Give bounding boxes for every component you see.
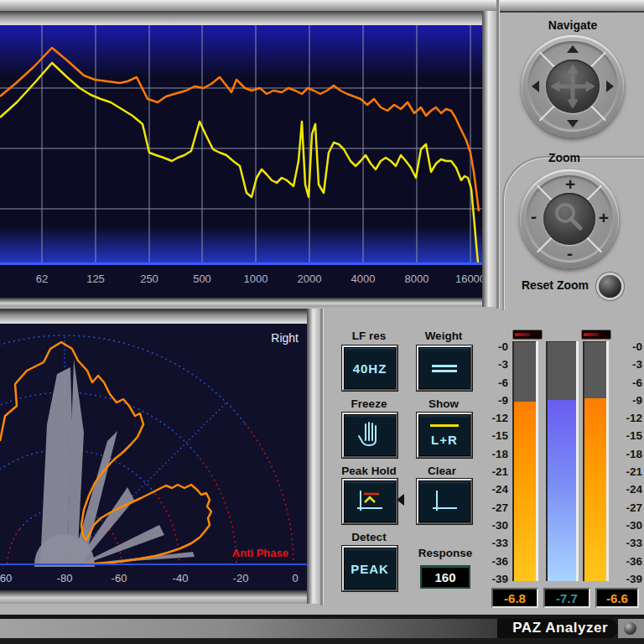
meter-scale-tick: -27 — [481, 501, 508, 514]
frame-bevel — [0, 11, 496, 25]
lf-res-button[interactable]: 40HZ — [342, 345, 397, 391]
show-button[interactable]: L+R — [417, 413, 472, 458]
meter-scale-tick: -36 — [481, 555, 508, 568]
polar-display-frame: Right Anti Phase 60-80-60-40-200 — [0, 309, 320, 604]
zoom-out-vertical[interactable]: - — [567, 247, 573, 260]
reset-zoom-button[interactable] — [599, 275, 621, 298]
frame-bevel — [0, 298, 482, 307]
peak-hold-label: Peak Hold — [323, 465, 415, 477]
meter-fill — [584, 398, 606, 581]
clear-button[interactable] — [417, 479, 472, 524]
zoom-center-cap[interactable] — [543, 193, 595, 245]
weight-label: Weight — [406, 330, 481, 342]
freeze-label: Freeze — [331, 397, 407, 410]
meter-fill — [548, 400, 576, 581]
zoom-out-horizontal[interactable]: - — [531, 210, 537, 223]
spectrum-traces — [0, 25, 482, 265]
navigate-center-cap[interactable] — [546, 60, 600, 113]
meter-scale-tick: -15 — [481, 429, 508, 442]
meter-scale-tick: -39 — [617, 573, 642, 585]
freq-tick-label: 250 — [140, 273, 158, 285]
plugin-title: PAZ Analyzer — [497, 619, 618, 638]
freq-tick-label: 4000 — [351, 273, 376, 285]
meter-scale-tick: -0 — [617, 340, 642, 353]
meter-scale-tick: -12 — [617, 412, 642, 424]
level-meter-left[interactable] — [512, 341, 538, 581]
response-value-box[interactable]: 160 — [420, 565, 470, 589]
freq-tick-label: 1000 — [244, 273, 268, 285]
polar-tick-label: 60 — [0, 572, 12, 584]
peak-hold-button[interactable] — [342, 479, 397, 524]
lf-res-value: 40HZ — [353, 361, 387, 376]
level-meter-right[interactable] — [583, 341, 609, 581]
channel-corner-label: Right — [271, 331, 299, 345]
detect-label: Detect — [331, 531, 407, 543]
sidebar-divider — [496, 0, 500, 309]
spectrum-display[interactable]: 62125250500100020004000800016000 — [0, 25, 482, 298]
title-bar-cap — [618, 619, 644, 638]
meter-scale-tick: -0 — [481, 340, 508, 353]
freq-tick-label: 62 — [36, 273, 48, 285]
freq-tick-label: 8000 — [405, 273, 429, 285]
navigate-right-arrow[interactable] — [606, 80, 614, 92]
polar-graph — [0, 324, 307, 567]
meter-scale-tick: -18 — [481, 448, 508, 460]
meter-scale-tick: -15 — [617, 429, 642, 442]
navigate-down-arrow[interactable] — [567, 120, 579, 127]
freeze-button[interactable] — [342, 413, 397, 458]
window-bottom-edge — [0, 638, 644, 644]
lf-res-label: LF res — [331, 330, 407, 342]
navigate-pad[interactable] — [522, 35, 624, 138]
meter-scale-tick: -9 — [481, 394, 508, 407]
polar-tick-label: -40 — [173, 572, 189, 584]
frequency-axis-labels: 62125250500100020004000800016000 — [0, 265, 482, 298]
peak-hold-icon — [354, 487, 386, 516]
reset-zoom-label: Reset Zoom — [500, 278, 589, 292]
response-value: 160 — [434, 570, 455, 584]
level-meter-mid[interactable] — [546, 341, 579, 581]
detect-button[interactable]: PEAK — [342, 546, 397, 591]
meter-scale-tick: -27 — [617, 501, 642, 514]
meter-scale-tick: -6 — [481, 377, 508, 389]
polar-tick-label: -20 — [233, 572, 249, 584]
panel-divider — [320, 309, 324, 605]
navigate-up-arrow[interactable] — [567, 45, 579, 53]
meter-scale-tick: -39 — [481, 573, 508, 585]
meter-scale-tick: -21 — [617, 465, 642, 478]
level-readout-right[interactable]: -6.6 — [595, 588, 639, 608]
meter-fill — [514, 402, 536, 581]
show-label: Show — [406, 397, 481, 410]
polar-tick-label: -80 — [57, 572, 73, 584]
meter-scale-tick: -21 — [481, 465, 508, 478]
show-value: L+R — [431, 433, 458, 447]
response-label: Response — [408, 547, 483, 559]
polar-tick-label: -60 — [112, 572, 127, 584]
zoom-in-vertical[interactable]: + — [565, 178, 575, 191]
move-cross-icon — [546, 60, 600, 113]
freeze-hand-icon — [356, 420, 384, 450]
navigate-left-arrow[interactable] — [532, 80, 539, 92]
selection-marker-icon — [397, 494, 404, 506]
clip-led-right[interactable] — [581, 330, 611, 340]
anti-phase-label: Anti Phase — [232, 547, 288, 559]
zoom-in-horizontal[interactable]: + — [599, 211, 609, 225]
clip-led-left[interactable] — [512, 330, 543, 340]
freq-tick-label: 2000 — [298, 273, 322, 285]
meter-scale-tick: -12 — [481, 412, 508, 424]
phase-position-display[interactable]: Right Anti Phase 60-80-60-40-200 — [0, 324, 307, 590]
clear-axes-icon — [428, 487, 460, 516]
meter-scale-tick: -24 — [481, 483, 508, 496]
meter-scale-tick: -3 — [617, 358, 642, 371]
magnifier-icon — [543, 193, 595, 245]
weight-button[interactable] — [417, 345, 472, 391]
zoom-pad[interactable]: + + - - — [520, 169, 619, 268]
waves-logo-icon[interactable] — [624, 622, 636, 635]
navigate-label: Navigate — [522, 18, 624, 32]
meter-scale-left: -0-3-6-9-12-15-18-21-24-27-30-33-36-39 — [481, 340, 508, 585]
meter-scale-tick: -9 — [617, 394, 642, 407]
level-readout-mid[interactable]: -7.7 — [543, 588, 590, 608]
meter-scale-tick: -6 — [617, 377, 642, 389]
polar-tick-label: 0 — [292, 572, 298, 584]
level-readout-left[interactable]: -6.8 — [491, 588, 538, 608]
frame-bevel — [0, 309, 320, 324]
